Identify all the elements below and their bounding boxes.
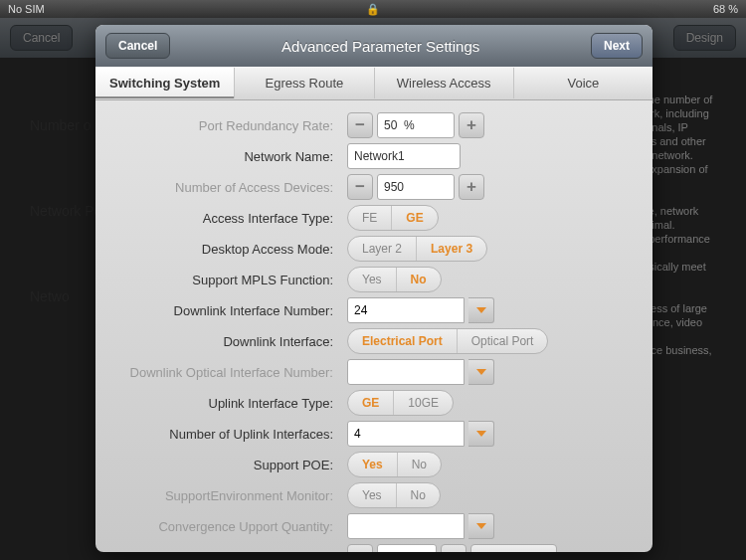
advanced-settings-modal: Cancel Advanced Parameter Settings Next … [95,25,653,552]
convergence-qty-select[interactable] [347,513,494,539]
configuration-button[interactable]: Configration [470,544,557,552]
tab-wireless-access[interactable]: Wireless Access [375,68,514,98]
label-mpls: Support MPLS Function: [113,273,347,287]
modal-header: Cancel Advanced Parameter Settings Next [95,25,653,67]
status-carrier: No SIM [8,3,252,15]
dropdown-icon[interactable] [468,359,494,385]
label-access-if-type: Access Interface Type: [113,211,347,226]
uplink-type-segment[interactable]: GE 10GE [347,390,454,416]
tab-egress-route[interactable]: Egress Route [235,68,374,98]
increment-button[interactable]: + [459,112,484,138]
desktop-mode-segment[interactable]: Layer 2 Layer 3 [347,236,487,262]
dropdown-icon[interactable] [468,297,494,323]
poe-segment[interactable]: Yes No [347,452,442,477]
uplink-num-select[interactable]: 4 [347,421,494,447]
label-uplink-num: Number of Uplink Interfaces: [113,427,347,442]
label-poe: Support POE: [113,458,347,472]
status-battery: 68 % [494,3,738,15]
mpls-segment[interactable]: Yes No [347,267,442,292]
decrement-button[interactable]: − [347,544,373,552]
dropdown-icon[interactable] [468,513,494,539]
next-button[interactable]: Next [591,33,643,59]
dropdown-icon[interactable] [468,421,494,447]
cancel-button[interactable]: Cancel [105,33,170,59]
label-desktop-mode: Desktop Access Mode: [113,242,347,257]
label-isolated-num: Isolated Network Number: [113,550,347,553]
env-monitor-segment[interactable]: Yes No [347,482,441,508]
downlink-if-segment[interactable]: Electrical Port Optical Port [347,328,548,354]
bg-labels: Number o Network Pe Netwo [30,117,101,374]
label-downlink-num: Downlink Interface Number: [113,303,347,318]
port-redundancy-input[interactable] [377,112,455,138]
access-devices-input[interactable] [377,174,455,200]
network-name-input[interactable] [347,143,461,169]
downlink-optical-select[interactable] [347,359,494,385]
label-downlink-optical: Downlink Optical Interface Number: [113,365,347,380]
decrement-button[interactable]: − [347,174,373,200]
label-port-redundancy: Port Redundancy Rate: [113,118,347,133]
label-downlink-if: Downlink Interface: [113,334,347,349]
label-network-name: Network Name: [113,149,347,164]
isolated-num-input[interactable] [377,544,437,552]
tab-switching-system[interactable]: Switching System [95,68,235,98]
label-uplink-type: Uplink Interface Type: [113,396,347,411]
increment-button[interactable]: + [441,544,466,552]
label-access-devices: Number of Access Devices: [113,180,347,195]
modal-title: Advanced Parameter Settings [170,38,591,55]
tab-bar: Switching System Egress Route Wireless A… [95,67,653,100]
settings-form: Port Redundancy Rate: − + Network Name: … [95,100,653,552]
access-if-type-segment[interactable]: FE GE [347,205,439,231]
lock-icon: 🔒 [252,3,495,16]
label-convergence-qty: Convergence Upport Quantity: [113,519,347,534]
increment-button[interactable]: + [459,174,484,200]
tab-voice[interactable]: Voice [514,68,653,98]
downlink-num-select[interactable]: 24 [347,297,494,323]
decrement-button[interactable]: − [347,112,373,138]
label-env-monitor: SupportEnvironment Monitor: [113,488,347,503]
status-bar: No SIM 🔒 68 % [0,0,746,18]
